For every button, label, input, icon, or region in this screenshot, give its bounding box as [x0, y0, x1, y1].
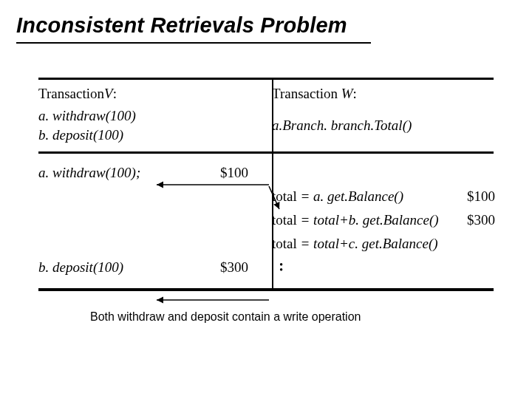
header-v-pre: Transaction [38, 86, 104, 101]
subheader-spacer-1 [220, 106, 272, 144]
footnote-text: Both withdraw and deposit contain a writ… [90, 310, 516, 324]
vertical-separator [272, 78, 273, 291]
row-opV: b. deposit(100) [38, 259, 220, 276]
row-opW-total: total [272, 236, 297, 251]
header-transaction-v: TransactionV: [38, 86, 220, 102]
header-w-var: W [341, 86, 353, 101]
row-amtW: $300 [467, 212, 507, 228]
table-row: total = total+c. get.Balance() [38, 232, 494, 256]
subheader-v-line2: b. deposit(100) [38, 126, 220, 145]
table-row: b. deposit(100) $300 • • [38, 256, 494, 288]
header-w-post: : [353, 86, 357, 101]
table-subheader-row: a. withdraw(100) b. deposit(100) a.Branc… [38, 106, 494, 154]
row-opW-total: total [272, 188, 297, 204]
row-opV: a. withdraw(100); [38, 165, 220, 181]
header-v-var: V [104, 86, 113, 101]
subheader-v-line1: a. withdraw(100) [38, 106, 220, 126]
header-w-pre: Transaction [272, 86, 341, 101]
table-row: a. withdraw(100); $100 [38, 154, 494, 185]
subheader-v-ops: a. withdraw(100) b. deposit(100) [38, 106, 220, 144]
header-spacer-2 [467, 86, 507, 102]
row-opW: total = total+c. get.Balance() [272, 236, 467, 252]
subheader-w-line1: a.Branch. branch.Total() [272, 116, 412, 135]
row-amtV: $100 [220, 165, 272, 181]
row-opW: total = a. get.Balance() [272, 188, 467, 205]
table-row: total = total+b. get.Balance() $300 [38, 208, 494, 232]
transactions-table: TransactionV: Transaction W: a. withdraw… [38, 78, 494, 291]
table-header-row: TransactionV: Transaction W: [38, 78, 494, 106]
table-body: a. withdraw(100); $100 total = a. get.Ba… [38, 154, 494, 291]
row-opW-expr: = a. get.Balance() [297, 188, 403, 204]
row-amtW: $100 [467, 188, 507, 205]
header-transaction-w: Transaction W: [272, 86, 467, 102]
ellipsis-dots: • • [272, 262, 467, 273]
header-v-post: : [113, 86, 117, 101]
subheader-spacer-2 [467, 106, 507, 144]
row-amtV: $300 [220, 259, 272, 276]
slide: Inconsistent Retrievals Problem Transact… [0, 0, 532, 399]
row-opW-expr: = total+c. get.Balance() [297, 236, 438, 251]
page-title: Inconsistent Retrievals Problem [16, 13, 516, 38]
table-row: total = a. get.Balance() $100 [38, 185, 494, 208]
header-spacer-1 [220, 86, 272, 102]
subheader-w-ops: a.Branch. branch.Total() [272, 106, 467, 144]
row-opW-total: total [272, 212, 297, 228]
row-opW-expr: = total+b. get.Balance() [297, 212, 439, 228]
title-underline [16, 42, 371, 44]
row-opW: total = total+b. get.Balance() [272, 212, 467, 228]
